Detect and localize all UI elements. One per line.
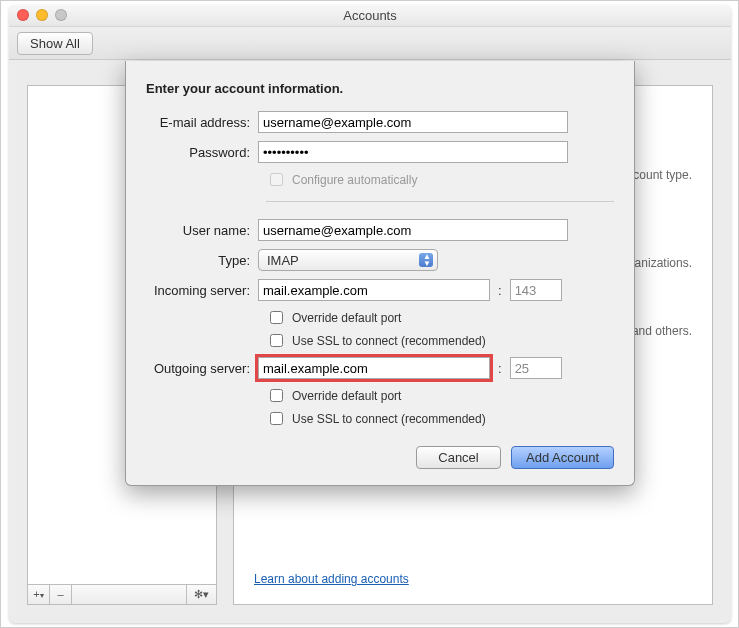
close-window-button[interactable]	[17, 9, 29, 21]
type-label: Type:	[146, 253, 258, 268]
outgoing-ssl-label: Use SSL to connect (recommended)	[292, 412, 486, 426]
learn-link[interactable]: Learn about adding accounts	[254, 572, 409, 586]
preferences-window: Accounts Show All +▾ – ✻▾ … select	[9, 5, 731, 623]
window-title: Accounts	[343, 8, 396, 23]
account-type-select[interactable]: IMAP ▲▼	[258, 249, 438, 271]
zoom-window-button	[55, 9, 67, 21]
outgoing-label: Outgoing server:	[146, 361, 258, 376]
username-field[interactable]	[258, 219, 568, 241]
titlebar: Accounts	[9, 5, 731, 27]
incoming-override-port-checkbox[interactable]	[270, 311, 283, 324]
minimize-window-button[interactable]	[36, 9, 48, 21]
chevron-updown-icon: ▲▼	[423, 253, 431, 267]
incoming-ssl-label: Use SSL to connect (recommended)	[292, 334, 486, 348]
add-account-menu-button[interactable]: +▾	[28, 585, 50, 604]
email-field[interactable]	[258, 111, 568, 133]
show-all-button[interactable]: Show All	[17, 32, 93, 55]
username-label: User name:	[146, 223, 258, 238]
sheet-heading: Enter your account information.	[146, 81, 614, 96]
outgoing-override-port-label: Override default port	[292, 389, 401, 403]
incoming-ssl-checkbox[interactable]	[270, 334, 283, 347]
divider	[266, 201, 614, 202]
sidebar-gear-menu[interactable]: ✻▾	[186, 585, 216, 604]
account-setup-sheet: Enter your account information. E-mail a…	[125, 61, 635, 486]
password-label: Password:	[146, 145, 258, 160]
incoming-server-field[interactable]	[258, 279, 490, 301]
password-field[interactable]	[258, 141, 568, 163]
remove-account-button[interactable]: –	[50, 585, 72, 604]
toolbar: Show All	[9, 27, 731, 60]
configure-auto-checkbox	[270, 173, 283, 186]
outgoing-override-port-checkbox[interactable]	[270, 389, 283, 402]
outgoing-server-field[interactable]	[258, 357, 490, 379]
configure-auto-label: Configure automatically	[292, 173, 417, 187]
cancel-button[interactable]: Cancel	[416, 446, 501, 469]
outgoing-ssl-checkbox[interactable]	[270, 412, 283, 425]
gear-icon: ✻▾	[194, 588, 209, 600]
incoming-label: Incoming server:	[146, 283, 258, 298]
outgoing-port-field[interactable]	[510, 357, 562, 379]
add-account-button[interactable]: Add Account	[511, 446, 614, 469]
email-label: E-mail address:	[146, 115, 258, 130]
incoming-override-port-label: Override default port	[292, 311, 401, 325]
incoming-port-field[interactable]	[510, 279, 562, 301]
